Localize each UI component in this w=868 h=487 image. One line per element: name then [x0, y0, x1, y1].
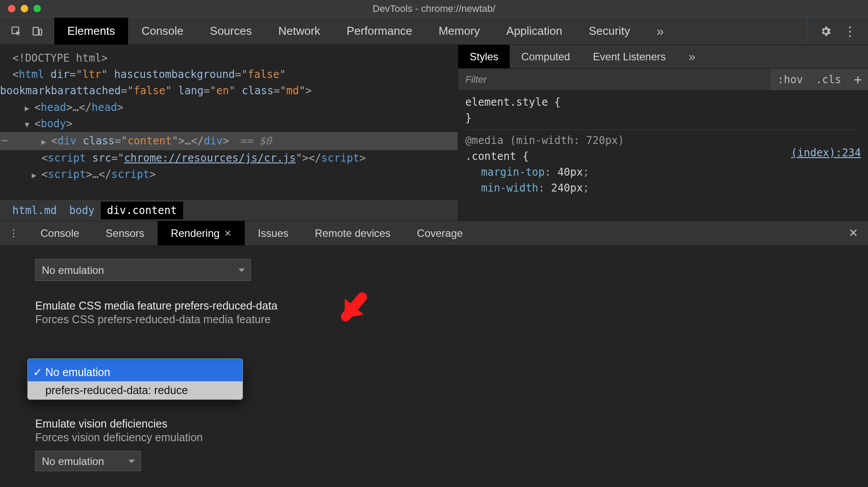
styles-cls-button[interactable]: .cls	[809, 69, 847, 90]
drawer-tab-remote[interactable]: Remote devices	[302, 221, 404, 245]
dom-tree[interactable]: <!DOCTYPE html> <html dir="ltr" hascusto…	[0, 45, 458, 199]
main-tabbar: Elements Console Sources Network Perform…	[0, 18, 868, 45]
crumb-html[interactable]: html.md	[6, 202, 63, 219]
tabs-overflow-icon[interactable]: »	[643, 18, 677, 44]
styles-add-rule-button[interactable]: +	[847, 69, 868, 90]
tab-security[interactable]: Security	[576, 18, 644, 44]
rule-content[interactable]: @media (min-width: 720px) .content { (in…	[465, 133, 861, 199]
styles-tab-computed[interactable]: Computed	[510, 45, 581, 68]
dom-breadcrumbs: html.md body div.content	[0, 199, 458, 221]
styles-filter-input[interactable]	[458, 69, 771, 90]
crumb-body[interactable]: body	[63, 202, 101, 219]
styles-hov-button[interactable]: :hov	[771, 69, 809, 90]
drawer-tab-issues[interactable]: Issues	[245, 221, 302, 245]
tab-network[interactable]: Network	[265, 18, 333, 44]
drawer-tab-rendering-label: Rendering	[171, 227, 220, 240]
styles-tab-listeners[interactable]: Event Listeners	[581, 45, 677, 68]
drawer-tab-coverage[interactable]: Coverage	[404, 221, 476, 245]
window-titlebar: DevTools - chrome://newtab/	[0, 0, 868, 18]
svg-rect-2	[39, 29, 41, 35]
drawer-close-icon[interactable]: ✕	[839, 221, 868, 245]
window-title: DevTools - chrome://newtab/	[0, 3, 868, 15]
rendering-top-select[interactable]: No emulation	[35, 259, 251, 281]
drawer-tabs: ⋮ Console Sensors Rendering ✕ Issues Rem…	[0, 221, 868, 246]
settings-gear-icon[interactable]	[820, 25, 832, 37]
styles-tabs: Styles Computed Event Listeners »	[458, 45, 868, 69]
tab-application[interactable]: Application	[493, 18, 575, 44]
window-minimize-button[interactable]	[21, 5, 28, 12]
rule-element-style[interactable]: element.style { }	[465, 94, 861, 130]
window-close-button[interactable]	[8, 5, 15, 12]
section-prefers-reduced-data-desc: Forces CSS prefers-reduced-data media fe…	[35, 313, 833, 326]
drawer: ⋮ Console Sensors Rendering ✕ Issues Rem…	[0, 221, 868, 487]
dom-doctype[interactable]: <!DOCTYPE html>	[12, 50, 450, 66]
dom-script-collapsed[interactable]: ▶<script>…</script>	[12, 166, 450, 183]
device-toolbar-icon[interactable]	[32, 26, 43, 37]
svg-rect-1	[33, 27, 38, 35]
styles-tabs-overflow-icon[interactable]: »	[677, 45, 707, 68]
vision-deficiencies-select[interactable]: No emulation	[35, 451, 141, 471]
rule-source-link[interactable]: (index):234	[791, 145, 861, 161]
drawer-kebab-icon[interactable]: ⋮	[0, 221, 27, 245]
option-prefers-reduced-data-reduce[interactable]: prefers-reduced-data: reduce	[28, 381, 243, 399]
inspect-element-icon[interactable]	[11, 26, 22, 37]
dom-dollar-zero: == $0	[240, 135, 272, 147]
drawer-tab-sensors[interactable]: Sensors	[92, 221, 158, 245]
prefers-reduced-data-select-open[interactable]: No emulation prefers-reduced-data: reduc…	[27, 358, 243, 400]
rendering-panel: No emulation Emulate CSS media feature p…	[0, 246, 868, 487]
crumb-selected[interactable]: div.content	[101, 202, 183, 219]
drawer-tab-close-icon[interactable]: ✕	[224, 228, 232, 239]
tab-elements[interactable]: Elements	[54, 18, 128, 44]
dom-html-open[interactable]: <html dir="ltr" hascustombackground="fal…	[12, 66, 450, 83]
styles-rules[interactable]: element.style { } @media (min-width: 720…	[458, 91, 868, 221]
elements-dom-panel: <!DOCTYPE html> <html dir="ltr" hascusto…	[0, 45, 458, 221]
tab-memory[interactable]: Memory	[425, 18, 493, 44]
dom-selected-node[interactable]: ▶<div class="content">…</div> == $0	[0, 132, 458, 150]
window-maximize-button[interactable]	[33, 5, 41, 12]
dom-head-collapsed[interactable]: ▶<head>…</head>	[12, 100, 450, 116]
section-prefers-reduced-data-title: Emulate CSS media feature prefers-reduce…	[35, 299, 833, 312]
kebab-menu-icon[interactable]: ⋮	[843, 23, 857, 39]
traffic-lights	[8, 5, 41, 12]
option-no-emulation[interactable]: No emulation	[28, 363, 243, 381]
styles-toolbar: :hov .cls +	[458, 69, 868, 91]
section-vision-deficiencies-title: Emulate vision deficiencies	[35, 417, 833, 430]
dom-script-cr[interactable]: <script src="chrome://resources/js/cr.js…	[12, 150, 450, 166]
annotation-arrow-icon	[335, 282, 379, 326]
styles-panel: Styles Computed Event Listeners » :hov .…	[458, 45, 868, 221]
dom-html-open-cont[interactable]: bookmarkbarattached="false" lang="en" cl…	[0, 83, 450, 99]
dom-body-open[interactable]: ▼<body>	[12, 116, 450, 132]
section-vision-deficiencies-desc: Forces vision deficiency emulation	[35, 431, 833, 444]
main-tabs: Elements Console Sources Network Perform…	[54, 18, 677, 44]
tab-performance[interactable]: Performance	[334, 18, 426, 44]
styles-tab-styles[interactable]: Styles	[458, 45, 510, 68]
drawer-tab-rendering[interactable]: Rendering ✕	[158, 221, 245, 245]
tab-sources[interactable]: Sources	[197, 18, 265, 44]
drawer-tab-console[interactable]: Console	[27, 221, 92, 245]
tab-console[interactable]: Console	[128, 18, 196, 44]
